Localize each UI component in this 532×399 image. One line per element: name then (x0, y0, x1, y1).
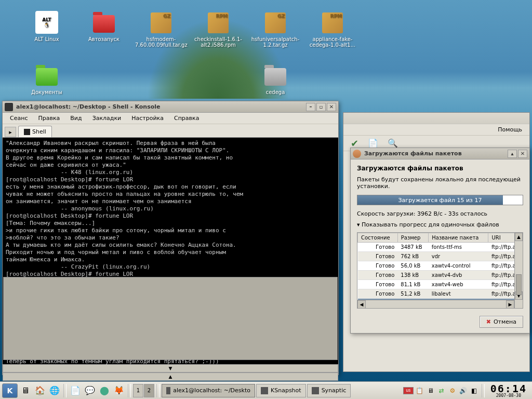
desktop-icon[interactable]: GZhsfuniversalpatch-1.2.tar.gz (249, 9, 301, 48)
firefox-icon[interactable]: 🦊 (112, 384, 126, 397)
taskbar: K 🖥 🏠 🌐 📄 💬 ⬤ 🦊 1 2 alex1@localhost: ~/D… (0, 381, 532, 399)
tray-display-icon[interactable]: 🖥 (426, 386, 435, 395)
desktop-icon[interactable]: GZhsfmodem-7.60.00.09full.tar.gz (135, 9, 187, 48)
system-tray: us 📋 🖥 ⇄ ⚙ 🔊 ◧ 06:14 2007-08-30 (403, 383, 530, 398)
keyboard-layout[interactable]: us (403, 387, 414, 394)
new-tab-button[interactable]: ▸ (5, 127, 16, 137)
task-button[interactable]: Synaptic (307, 384, 351, 397)
show-desktop-icon[interactable]: 🖥 (19, 384, 32, 397)
desktop-icon[interactable]: Документы (21, 62, 73, 95)
desktop-icon[interactable]: ALT🐧ALT Linux (21, 9, 73, 42)
close-button[interactable]: ✕ (327, 103, 336, 111)
scroll-up-button[interactable]: ▲ (515, 233, 523, 241)
table-row[interactable]: Готово3487 kBfonts-ttf-msftp://ftp.a (358, 243, 523, 252)
kopete-icon[interactable]: 💬 (83, 384, 97, 397)
maximize-button[interactable]: ▫ (316, 103, 326, 111)
scroll-left-button[interactable]: ◀ (357, 300, 366, 309)
progress-label: Загружается файл 15 из 17 (357, 195, 523, 205)
tray-volume-icon[interactable]: 🔊 (459, 386, 468, 395)
table-row[interactable]: Готово81,1 kBxawtv4-webftp://ftp.a (358, 280, 523, 289)
dialog-heading: Загружаются файлы пакетов (357, 165, 523, 172)
column-header[interactable]: Название пакета (429, 233, 488, 243)
table-row[interactable]: Готово51,2 kBlibalevtftp://ftp.a (358, 289, 523, 299)
window-title: alex1@localhost: ~/Desktop - Shell - Kon… (16, 103, 161, 110)
icon-label: appliance-fake-cedega-1.0-alt1... (307, 36, 358, 48)
menu-item[interactable]: Правка (34, 114, 64, 123)
speed-label: Скорость загрузки: 3962 B/c - 33s остало… (357, 210, 523, 217)
desktop-icon[interactable]: RPMappliance-fake-cedega-1.0-alt1... (307, 9, 358, 48)
table-row[interactable]: Готово56,0 kBxawtv4-controlftp://ftp.a (358, 261, 523, 271)
clock[interactable]: 06:14 2007-08-30 (487, 383, 530, 398)
konsole-icon (5, 103, 13, 111)
task-icon (261, 387, 268, 394)
menu-item[interactable]: Сеанс (6, 114, 32, 123)
cancel-icon: ✖ (486, 318, 491, 325)
task-button[interactable]: alex1@localhost: ~/Deskto (162, 384, 255, 397)
icon-label: cedega (249, 89, 301, 95)
tab-bar: ▸ Shell (3, 124, 338, 138)
task-icon (166, 387, 170, 394)
download-dialog: Загружаются файлы пакетов ▴ ✕ Загружаютс… (350, 148, 530, 334)
desktop-1[interactable]: 1 (133, 384, 143, 397)
tray-updates-icon[interactable]: ⚙ (448, 386, 457, 395)
scroll-thumb[interactable] (3, 277, 338, 360)
menu-item[interactable]: Закладки (88, 114, 126, 123)
tray-network-icon[interactable]: ⇄ (437, 386, 446, 395)
progress-bar: Загружается файл 15 из 17 (357, 195, 523, 205)
scrollbar[interactable]: ▲ ▼ (3, 373, 338, 381)
menu-item[interactable]: Настройка (127, 114, 168, 123)
cancel-label: Отмена (494, 318, 516, 325)
menu-item[interactable]: Справка (170, 114, 203, 123)
table-scrollbar[interactable]: ▲ ▼ (514, 233, 523, 308)
clock-time: 06:14 (490, 383, 527, 394)
desktop-icon[interactable]: Автозапуск (78, 9, 130, 42)
icon-label: Документы (21, 89, 73, 95)
toolbar-icon[interactable]: 📄 (368, 138, 378, 148)
tab-shell[interactable]: Shell (18, 126, 52, 137)
window-title: Загружаются файлы пакетов (364, 150, 462, 157)
task-label: KSnapshot (271, 387, 301, 394)
column-header[interactable]: Состояние (358, 233, 398, 243)
desktop-icon[interactable]: cedega (249, 62, 301, 95)
home-icon[interactable]: 🏠 (33, 384, 47, 397)
task-label: Synaptic (322, 387, 347, 394)
titlebar[interactable]: Загружаются файлы пакетов ▴ ✕ (351, 148, 529, 159)
desktop-2[interactable]: 2 (144, 384, 154, 397)
tray-misc-icon[interactable]: ◧ (470, 386, 479, 395)
pager: 1 2 (133, 384, 154, 397)
close-button[interactable]: ✕ (518, 150, 527, 158)
table-hscrollbar[interactable]: ◀ ▶ (357, 300, 514, 308)
scroll-up-button[interactable]: ▲ (3, 373, 338, 381)
konsole-window: alex1@localhost: ~/Desktop - Shell - Kon… (2, 101, 339, 375)
desktop-icon[interactable]: RPMcheckinstall-1.6.1-alt2.i586.rpm (192, 9, 244, 48)
scroll-thumb[interactable] (516, 274, 522, 295)
titlebar[interactable]: alex1@localhost: ~/Desktop - Shell - Kon… (3, 101, 338, 113)
shade-button[interactable]: ▴ (508, 150, 517, 158)
package-icon (353, 150, 361, 158)
task-icon (312, 387, 319, 394)
minimize-button[interactable]: – (306, 103, 315, 111)
table-row[interactable]: Готово138 kBxawtv4-dvbftp://ftp.a (358, 271, 523, 280)
amarok-icon[interactable]: ⬤ (98, 384, 111, 397)
menu-item[interactable]: Вид (66, 114, 86, 123)
tray-klipper-icon[interactable]: 📋 (415, 386, 424, 395)
kate-icon[interactable]: 📄 (69, 384, 82, 397)
tab-label: Shell (32, 128, 46, 135)
k-menu-button[interactable]: K (2, 383, 18, 398)
task-button[interactable]: KSnapshot (256, 384, 306, 397)
toolbar-icon[interactable]: 🔍 (388, 138, 398, 148)
task-label: alex1@localhost: ~/Deskto (173, 387, 250, 394)
icon-label: hsfmodem-7.60.00.09full.tar.gz (135, 36, 187, 48)
scroll-down-button[interactable]: ▼ (3, 364, 338, 373)
icon-label: Автозапуск (78, 36, 130, 42)
icon-label: ALT Linux (21, 36, 73, 42)
scroll-right-button[interactable]: ▶ (506, 300, 514, 309)
menu-help[interactable]: Помощь (494, 125, 526, 134)
cancel-button[interactable]: ✖ Отмена (480, 316, 523, 328)
table-row[interactable]: Готово762 kBvdrftp://ftp.a (358, 252, 523, 261)
toolbar-icon[interactable]: ✔ (351, 138, 358, 149)
konqueror-icon[interactable]: 🌐 (48, 384, 61, 397)
disclosure-toggle[interactable]: Показывать прогресс для одиночных файлов (357, 221, 523, 228)
column-header[interactable]: Размер (397, 233, 429, 243)
package-table: СостояниеРазмерНазвание пакетаURI Готово… (357, 233, 523, 308)
